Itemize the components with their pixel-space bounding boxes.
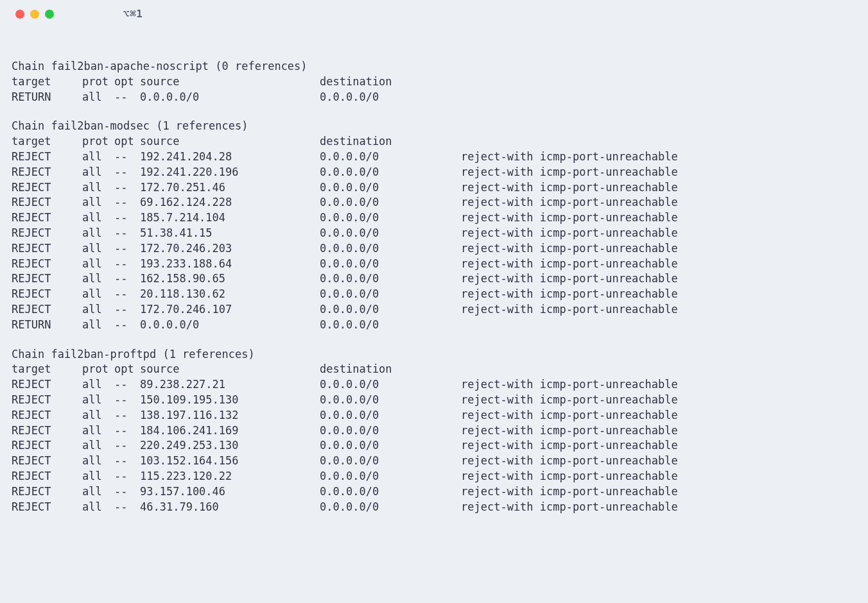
rule-opt: --: [114, 195, 140, 210]
rule-opt: --: [114, 302, 140, 318]
rule-prot: all: [82, 287, 114, 302]
rule-opt: --: [114, 271, 140, 287]
rule-target: REJECT: [12, 287, 82, 302]
rule-prot: all: [82, 241, 114, 257]
rule-source: 103.152.164.156: [140, 454, 320, 469]
col-header-destination: destination: [320, 74, 461, 90]
zoom-traffic-light[interactable]: [45, 10, 54, 19]
rule-opt: --: [114, 469, 140, 484]
rule-opt: --: [114, 165, 140, 180]
traffic-lights: [15, 10, 54, 19]
rule-source: 193.233.188.64: [140, 257, 320, 272]
rule-destination: 0.0.0.0/0: [320, 287, 461, 302]
rule-source: 220.249.253.130: [140, 438, 320, 454]
rule-prot: all: [82, 210, 114, 226]
chain-header-row: targetprotoptsourcedestination: [12, 74, 856, 90]
rule-row: REJECTall--184.106.241.1690.0.0.0/0rejec…: [12, 423, 856, 439]
rule-target: REJECT: [12, 500, 82, 515]
rule-opt: --: [114, 393, 140, 408]
rule-extra: reject-with icmp-port-unreachable: [461, 287, 856, 302]
rule-source: 192.241.220.196: [140, 165, 320, 180]
chain-title: Chain fail2ban-modsec (1 references): [12, 119, 856, 134]
col-header-prot: prot: [82, 74, 114, 90]
rule-target: REJECT: [12, 271, 82, 287]
rule-opt: --: [114, 257, 140, 272]
rule-row: REJECTall--20.118.130.620.0.0.0/0reject-…: [12, 287, 856, 302]
rule-source: 0.0.0.0/0: [140, 90, 320, 105]
rule-row: REJECTall--103.152.164.1560.0.0.0/0rejec…: [12, 454, 856, 469]
rule-opt: --: [114, 90, 140, 105]
rule-destination: 0.0.0.0/0: [320, 257, 461, 272]
col-header-opt: opt: [114, 74, 140, 90]
window-titlebar: ⌥⌘1: [0, 0, 868, 28]
chain-block: Chain fail2ban-proftpd (1 references)tar…: [12, 347, 856, 515]
rule-target: REJECT: [12, 180, 82, 196]
rule-row: REJECTall--172.70.251.460.0.0.0/0reject-…: [12, 180, 856, 196]
rule-extra: reject-with icmp-port-unreachable: [461, 500, 856, 515]
rule-destination: 0.0.0.0/0: [320, 500, 461, 515]
rule-target: REJECT: [12, 393, 82, 408]
col-header-destination: destination: [320, 134, 461, 149]
rule-target: REJECT: [12, 484, 82, 500]
tab-shortcut-text: ⌥⌘1: [123, 7, 143, 21]
chain-title: Chain fail2ban-proftpd (1 references): [12, 347, 856, 362]
rule-extra: reject-with icmp-port-unreachable: [461, 180, 856, 196]
rule-source: 93.157.100.46: [140, 484, 320, 500]
rule-target: REJECT: [12, 377, 82, 393]
rule-prot: all: [82, 165, 114, 180]
rule-row: REJECTall--93.157.100.460.0.0.0/0reject-…: [12, 484, 856, 500]
col-header-target: target: [12, 134, 82, 149]
rule-opt: --: [114, 408, 140, 423]
rule-row: REJECTall--138.197.116.1320.0.0.0/0rejec…: [12, 408, 856, 423]
rule-row: REJECTall--51.38.41.150.0.0.0/0reject-wi…: [12, 226, 856, 241]
rule-source: 138.197.116.132: [140, 408, 320, 423]
rule-prot: all: [82, 393, 114, 408]
terminal-output[interactable]: Chain fail2ban-apache-noscript (0 refere…: [0, 28, 868, 520]
rule-row: REJECTall--115.223.120.220.0.0.0/0reject…: [12, 469, 856, 484]
rule-opt: --: [114, 210, 140, 226]
rule-destination: 0.0.0.0/0: [320, 195, 461, 210]
rule-extra: [461, 90, 856, 105]
rule-opt: --: [114, 226, 140, 241]
rule-prot: all: [82, 271, 114, 287]
tab-label[interactable]: ⌥⌘1: [123, 7, 143, 21]
rule-prot: all: [82, 377, 114, 393]
rule-opt: --: [114, 180, 140, 196]
rule-target: REJECT: [12, 226, 82, 241]
rule-source: 172.70.246.203: [140, 241, 320, 257]
rule-target: REJECT: [12, 210, 82, 226]
rule-target: RETURN: [12, 90, 82, 105]
rule-source: 69.162.124.228: [140, 195, 320, 210]
rule-prot: all: [82, 423, 114, 439]
chain-header-row: targetprotoptsourcedestination: [12, 362, 856, 377]
rule-destination: 0.0.0.0/0: [320, 377, 461, 393]
minimize-traffic-light[interactable]: [30, 10, 39, 19]
col-header-source: source: [140, 362, 320, 377]
rule-destination: 0.0.0.0/0: [320, 149, 461, 165]
rule-extra: reject-with icmp-port-unreachable: [461, 226, 856, 241]
rule-prot: all: [82, 195, 114, 210]
rule-extra: reject-with icmp-port-unreachable: [461, 393, 856, 408]
close-traffic-light[interactable]: [15, 10, 24, 19]
rule-destination: 0.0.0.0/0: [320, 469, 461, 484]
rule-target: REJECT: [12, 423, 82, 439]
rule-row: RETURNall--0.0.0.0/00.0.0.0/0: [12, 90, 856, 105]
rule-extra: reject-with icmp-port-unreachable: [461, 408, 856, 423]
rule-source: 89.238.227.21: [140, 377, 320, 393]
rule-row: REJECTall--69.162.124.2280.0.0.0/0reject…: [12, 195, 856, 210]
rule-row: REJECTall--46.31.79.1600.0.0.0/0reject-w…: [12, 500, 856, 515]
col-header-prot: prot: [82, 134, 114, 149]
chain-block: Chain fail2ban-modsec (1 references)targ…: [12, 119, 856, 332]
rule-prot: all: [82, 180, 114, 196]
rule-source: 172.70.246.107: [140, 302, 320, 318]
chain-title: Chain fail2ban-apache-noscript (0 refere…: [12, 59, 856, 74]
rule-prot: all: [82, 438, 114, 454]
rule-destination: 0.0.0.0/0: [320, 318, 461, 333]
rule-destination: 0.0.0.0/0: [320, 423, 461, 439]
rule-target: REJECT: [12, 408, 82, 423]
rule-opt: --: [114, 241, 140, 257]
rule-target: REJECT: [12, 165, 82, 180]
rule-destination: 0.0.0.0/0: [320, 393, 461, 408]
rule-extra: reject-with icmp-port-unreachable: [461, 438, 856, 454]
rule-target: RETURN: [12, 318, 82, 333]
